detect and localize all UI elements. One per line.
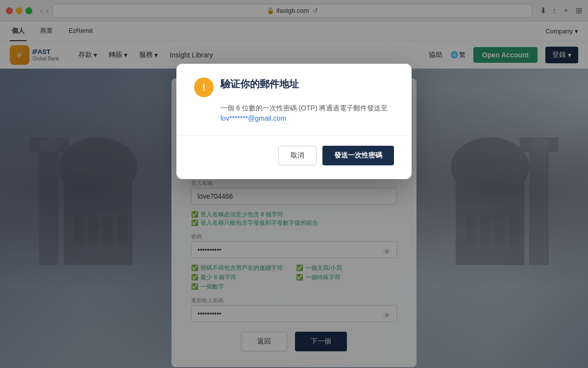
cancel-button[interactable]: 取消 bbox=[278, 146, 317, 165]
modal-body: 一個 6 位數的一次性密碼 (OTP) 將通過電子郵件發送至 lov******… bbox=[220, 103, 394, 124]
modal-divider bbox=[176, 135, 412, 136]
warning-icon: ! bbox=[194, 78, 214, 97]
send-otp-button[interactable]: 發送一次性密碼 bbox=[322, 146, 394, 165]
modal-title: 驗证你的郵件地址 bbox=[220, 78, 299, 91]
modal-body-prefix: 一個 6 位數的一次性密碼 (OTP) 將通過電子郵件發送至 bbox=[220, 104, 388, 112]
modal-actions: 取消 發送一次性密碼 bbox=[194, 146, 394, 165]
verify-email-modal: ! 驗证你的郵件地址 一個 6 位數的一次性密碼 (OTP) 將通過電子郵件發送… bbox=[176, 64, 412, 179]
modal-header: ! 驗证你的郵件地址 bbox=[194, 78, 394, 97]
modal-overlay: ! 驗证你的郵件地址 一個 6 位數的一次性密碼 (OTP) 將通過電子郵件發送… bbox=[0, 0, 588, 368]
modal-masked-email: lov*******@gmail.com bbox=[220, 114, 286, 122]
